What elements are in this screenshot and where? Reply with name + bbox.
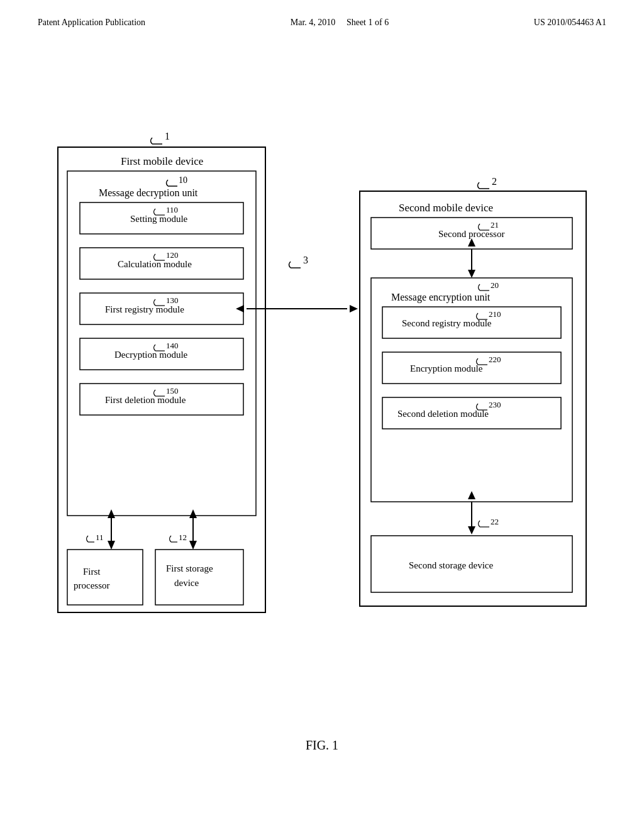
publication-type: Patent Application Publication <box>38 18 145 27</box>
device2-label: 2 <box>492 176 497 187</box>
calculation-module-label: 120 <box>166 250 179 260</box>
second-processor-label: 21 <box>491 220 499 230</box>
arrow-bracket-12 <box>170 536 172 542</box>
page-header: Patent Application Publication Mar. 4, 2… <box>0 0 644 28</box>
first-storage-box <box>155 550 243 605</box>
device1-unit-title: Message decryption unit <box>99 187 198 199</box>
first-storage-text-line2: device <box>174 578 199 588</box>
encryption-module-text: Encryption module <box>410 363 483 374</box>
decryption-module-text: Decryption module <box>114 350 188 360</box>
device2-unit-bracket <box>479 284 480 290</box>
network-bracket <box>289 262 291 268</box>
arrow-up-storage <box>468 491 475 499</box>
arrow-left-head <box>236 305 244 313</box>
decryption-module-label: 140 <box>166 341 179 350</box>
arrow-label-11: 11 <box>96 533 104 542</box>
first-processor-text-line2: processor <box>74 580 109 590</box>
encryption-module-label: 220 <box>489 355 501 364</box>
first-storage-text-line1: First storage <box>166 563 213 573</box>
second-deletion-module-label: 230 <box>489 400 501 409</box>
first-deletion-module-text: First deletion module <box>105 395 186 405</box>
first-processor-box <box>67 550 143 605</box>
device1-bracket <box>151 138 153 144</box>
device1-unit-label: 10 <box>179 175 187 185</box>
arrow-up-proc <box>468 238 475 246</box>
device2-unit-title: Message encryption unit <box>391 292 491 303</box>
device1-unit-bracket <box>167 180 169 186</box>
setting-module-label: 110 <box>166 205 178 214</box>
device1-title: First mobile device <box>121 155 203 167</box>
arrow-bracket-11 <box>87 536 89 542</box>
device2-storage-label: 22 <box>491 517 499 526</box>
arrow-right-head <box>350 305 358 313</box>
device2-outer-box <box>360 191 586 606</box>
device2-unit-box <box>371 278 572 502</box>
header-left: Patent Application Publication <box>38 18 145 28</box>
device2-storage-bracket <box>479 521 480 527</box>
first-registry-module-text: First registry module <box>105 304 184 314</box>
second-deletion-module-text: Second deletion module <box>397 409 489 419</box>
arrow-down-right <box>189 541 197 550</box>
arrow-label-12: 12 <box>179 533 187 542</box>
second-storage-text: Second storage device <box>409 560 493 570</box>
first-processor-text-line1: First <box>83 567 101 577</box>
sheet-info: Sheet 1 of 6 <box>347 18 389 27</box>
header-center: Mar. 4, 2010 Sheet 1 of 6 <box>291 18 389 28</box>
diagram-area: 1 First mobile device 10 Message decrypt… <box>0 78 644 719</box>
network-label: 3 <box>303 255 308 265</box>
arrow-up-right <box>189 509 197 518</box>
device2-title: Second mobile device <box>399 202 493 214</box>
arrow-down-enc <box>468 270 475 278</box>
second-registry-module-label: 210 <box>489 309 501 319</box>
figure-caption: FIG. 1 <box>0 738 644 753</box>
publication-date: Mar. 4, 2010 <box>291 18 336 27</box>
figure-label: FIG. 1 <box>306 738 338 752</box>
calculation-module-text: Calculation module <box>118 259 192 269</box>
first-deletion-module-label: 150 <box>166 386 179 396</box>
header-right: US 2010/054463 A1 <box>534 18 606 28</box>
arrow-down-storage <box>468 526 475 534</box>
patent-diagram: 1 First mobile device 10 Message decrypt… <box>39 103 605 719</box>
device1-label: 1 <box>165 131 170 141</box>
arrow-down-left <box>108 541 115 550</box>
device2-bracket <box>478 182 480 189</box>
first-registry-module-label: 130 <box>166 296 179 305</box>
arrow-up-left <box>108 509 115 518</box>
second-processor-text: Second processor <box>438 229 504 239</box>
device2-unit-label: 20 <box>491 280 499 290</box>
patent-number: US 2010/054463 A1 <box>534 18 606 27</box>
